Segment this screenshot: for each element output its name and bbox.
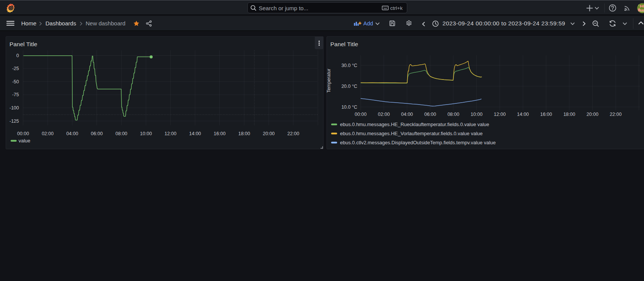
svg-text:04:00: 04:00 (401, 112, 413, 117)
svg-text:20.0 °C: 20.0 °C (341, 84, 357, 89)
svg-text:30.0 °C: 30.0 °C (341, 63, 357, 68)
svg-text:10:00: 10:00 (470, 112, 482, 117)
svg-text:12:00: 12:00 (494, 112, 506, 117)
svg-text:Temperatur: Temperatur (326, 69, 331, 92)
svg-text:22:00: 22:00 (610, 112, 622, 117)
svg-text:20:00: 20:00 (586, 112, 598, 117)
svg-text:10.0 °C: 10.0 °C (341, 105, 357, 110)
svg-text:18:00: 18:00 (563, 112, 575, 117)
svg-text:02:00: 02:00 (378, 112, 390, 117)
svg-text:16:00: 16:00 (540, 112, 552, 117)
svg-text:14:00: 14:00 (517, 112, 529, 117)
svg-text:ebus.0.hmu.messages.HE_Rueckla: ebus.0.hmu.messages.HE_Ruecklauftemperat… (340, 122, 489, 127)
svg-text:ebus.0.hmu.messages.HE_Vorlauf: ebus.0.hmu.messages.HE_Vorlauftemperatur… (340, 131, 483, 136)
svg-text:06:00: 06:00 (424, 112, 436, 117)
svg-text:ebus.0.ctlv2.messages.Displaye: ebus.0.ctlv2.messages.DisplayedOutsideTe… (340, 140, 496, 145)
svg-text:08:00: 08:00 (447, 112, 459, 117)
svg-text:00:00: 00:00 (355, 112, 366, 117)
